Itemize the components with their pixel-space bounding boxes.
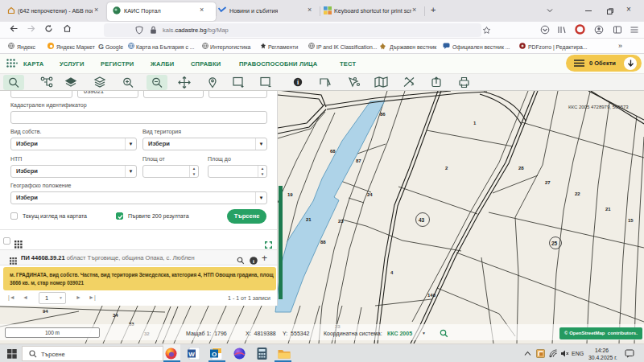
svg-text:W: W	[188, 351, 195, 358]
svg-text:86: 86	[380, 112, 386, 117]
svg-text:21: 21	[605, 207, 611, 212]
svg-text:ККС 2005 4728979, 569573: ККС 2005 4728979, 569573	[568, 105, 629, 109]
svg-text:22: 22	[575, 191, 580, 196]
svg-text:140: 140	[427, 293, 436, 298]
svg-text:87: 87	[356, 158, 361, 163]
svg-text:34: 34	[113, 313, 118, 318]
svg-text:19: 19	[287, 192, 293, 197]
svg-text:i: i	[253, 258, 254, 265]
svg-text:27: 27	[545, 180, 551, 185]
svg-text:21: 21	[306, 217, 312, 222]
svg-text:43: 43	[419, 217, 425, 223]
svg-text:23: 23	[338, 219, 344, 224]
svg-text:24: 24	[367, 192, 373, 197]
svg-text:O: O	[212, 351, 217, 358]
svg-text:68: 68	[330, 149, 336, 154]
svg-text:25: 25	[551, 241, 558, 246]
svg-text:15: 15	[628, 218, 634, 223]
svg-text:88: 88	[320, 240, 326, 245]
svg-text:G: G	[98, 43, 104, 50]
svg-text:28: 28	[518, 166, 524, 171]
svg-text:94: 94	[43, 309, 48, 314]
